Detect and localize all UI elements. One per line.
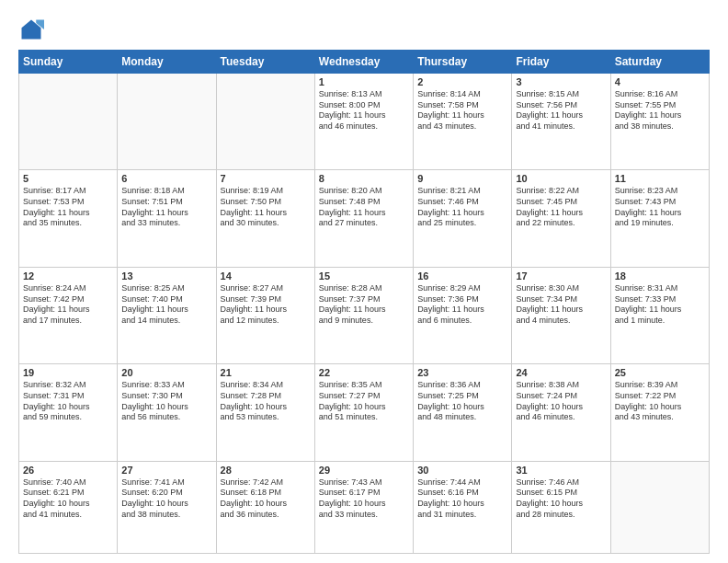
calendar-cell: 11Sunrise: 8:23 AMSunset: 7:43 PMDayligh…	[610, 170, 709, 267]
cell-info: and 38 minutes.	[121, 510, 211, 521]
cell-info: Daylight: 10 hours	[221, 402, 311, 413]
logo-icon	[18, 17, 44, 42]
cell-info: Sunrise: 8:36 AM	[417, 380, 507, 391]
cell-info: Daylight: 11 hours	[221, 304, 311, 316]
cell-info: Daylight: 11 hours	[23, 208, 113, 219]
cell-info: and 43 minutes.	[417, 121, 507, 132]
cell-info: Sunrise: 8:31 AM	[615, 283, 705, 294]
calendar-cell: 16Sunrise: 8:29 AMSunset: 7:36 PMDayligh…	[414, 267, 512, 363]
cell-info: Daylight: 10 hours	[319, 499, 409, 510]
cell-info: Sunset: 7:37 PM	[319, 294, 409, 305]
cell-info: Sunrise: 8:38 AM	[516, 380, 606, 391]
calendar-cell: 27Sunrise: 7:41 AMSunset: 6:20 PMDayligh…	[118, 461, 216, 553]
calendar-cell	[216, 74, 314, 170]
calendar-cell: 13Sunrise: 8:25 AMSunset: 7:40 PMDayligh…	[118, 267, 216, 363]
cell-info: Sunrise: 8:23 AM	[615, 186, 705, 197]
cell-info: and 41 minutes.	[23, 510, 113, 521]
cell-info: Daylight: 10 hours	[417, 402, 507, 413]
day-number: 8	[319, 173, 409, 184]
weekday-header: Monday	[118, 51, 216, 74]
cell-info: Daylight: 10 hours	[417, 499, 507, 510]
weekday-header-row: SundayMondayTuesdayWednesdayThursdayFrid…	[19, 51, 710, 74]
cell-info: Sunrise: 8:25 AM	[121, 283, 211, 294]
page: SundayMondayTuesdayWednesdayThursdayFrid…	[0, 0, 728, 563]
calendar-cell: 15Sunrise: 8:28 AMSunset: 7:37 PMDayligh…	[314, 267, 413, 363]
calendar-cell	[610, 461, 709, 553]
day-number: 6	[121, 173, 211, 184]
cell-info: Daylight: 10 hours	[516, 402, 606, 413]
day-number: 29	[319, 465, 409, 476]
cell-info: Sunset: 6:20 PM	[121, 488, 211, 499]
cell-info: Sunset: 7:45 PM	[516, 197, 606, 208]
calendar-cell: 19Sunrise: 8:32 AMSunset: 7:31 PMDayligh…	[19, 364, 118, 461]
cell-info: and 31 minutes.	[417, 510, 507, 521]
cell-info: Sunrise: 7:46 AM	[516, 477, 606, 488]
cell-info: and 46 minutes.	[319, 121, 409, 132]
day-number: 22	[319, 367, 409, 378]
cell-info: Daylight: 11 hours	[516, 110, 606, 121]
calendar-cell: 8Sunrise: 8:20 AMSunset: 7:48 PMDaylight…	[314, 170, 413, 267]
cell-info: Sunset: 7:27 PM	[319, 391, 409, 402]
cell-info: Sunset: 7:22 PM	[615, 391, 705, 402]
day-number: 24	[516, 367, 606, 378]
cell-info: Daylight: 11 hours	[221, 208, 311, 219]
cell-info: and 30 minutes.	[221, 218, 311, 229]
cell-info: and 36 minutes.	[221, 510, 311, 521]
day-number: 31	[516, 465, 606, 476]
cell-info: Sunrise: 8:32 AM	[23, 380, 113, 391]
weekday-header: Friday	[512, 51, 610, 74]
calendar-cell: 12Sunrise: 8:24 AMSunset: 7:42 PMDayligh…	[19, 267, 118, 363]
cell-info: Sunset: 7:43 PM	[615, 197, 705, 208]
cell-info: and 56 minutes.	[121, 412, 211, 423]
day-number: 1	[319, 76, 409, 87]
day-number: 16	[417, 270, 507, 282]
day-number: 28	[221, 465, 311, 476]
calendar-cell: 17Sunrise: 8:30 AMSunset: 7:34 PMDayligh…	[512, 267, 610, 363]
cell-info: Sunrise: 7:40 AM	[23, 477, 113, 488]
logo	[18, 17, 48, 42]
cell-info: and 27 minutes.	[319, 218, 409, 229]
day-number: 15	[319, 270, 409, 282]
calendar-cell	[118, 74, 216, 170]
cell-info: Daylight: 10 hours	[121, 402, 211, 413]
calendar-cell: 23Sunrise: 8:36 AMSunset: 7:25 PMDayligh…	[414, 364, 512, 461]
day-number: 23	[417, 367, 507, 378]
cell-info: Sunset: 6:18 PM	[221, 488, 311, 499]
cell-info: Sunrise: 8:13 AM	[319, 89, 409, 100]
day-number: 30	[417, 465, 507, 476]
cell-info: Sunset: 7:36 PM	[417, 294, 507, 305]
header	[18, 17, 710, 42]
calendar-cell	[19, 74, 118, 170]
cell-info: and 6 minutes.	[417, 316, 507, 327]
day-number: 3	[516, 76, 606, 87]
cell-info: and 1 minute.	[615, 316, 705, 327]
cell-info: Daylight: 10 hours	[516, 499, 606, 510]
calendar-cell: 5Sunrise: 8:17 AMSunset: 7:53 PMDaylight…	[19, 170, 118, 267]
cell-info: Sunrise: 8:17 AM	[23, 186, 113, 197]
cell-info: and 33 minutes.	[319, 510, 409, 521]
cell-info: and 59 minutes.	[23, 412, 113, 423]
cell-info: Daylight: 11 hours	[615, 304, 705, 316]
cell-info: Daylight: 10 hours	[221, 499, 311, 510]
cell-info: Sunrise: 7:41 AM	[121, 477, 211, 488]
cell-info: Sunrise: 8:19 AM	[221, 186, 311, 197]
calendar-cell: 20Sunrise: 8:33 AMSunset: 7:30 PMDayligh…	[118, 364, 216, 461]
cell-info: Sunrise: 7:43 AM	[319, 477, 409, 488]
cell-info: Sunrise: 8:18 AM	[121, 186, 211, 197]
cell-info: Daylight: 11 hours	[319, 110, 409, 121]
cell-info: Sunset: 7:56 PM	[516, 100, 606, 111]
day-number: 21	[221, 367, 311, 378]
cell-info: Daylight: 11 hours	[23, 304, 113, 316]
cell-info: Daylight: 11 hours	[615, 208, 705, 219]
day-number: 18	[615, 270, 705, 282]
cell-info: Sunset: 7:40 PM	[121, 294, 211, 305]
calendar-cell: 6Sunrise: 8:18 AMSunset: 7:51 PMDaylight…	[118, 170, 216, 267]
cell-info: Daylight: 11 hours	[615, 110, 705, 121]
cell-info: and 48 minutes.	[417, 412, 507, 423]
day-number: 19	[23, 367, 113, 378]
cell-info: Daylight: 10 hours	[23, 402, 113, 413]
cell-info: Sunrise: 8:24 AM	[23, 283, 113, 294]
weekday-header: Sunday	[19, 51, 118, 74]
cell-info: Daylight: 11 hours	[319, 304, 409, 316]
day-number: 25	[615, 367, 705, 378]
